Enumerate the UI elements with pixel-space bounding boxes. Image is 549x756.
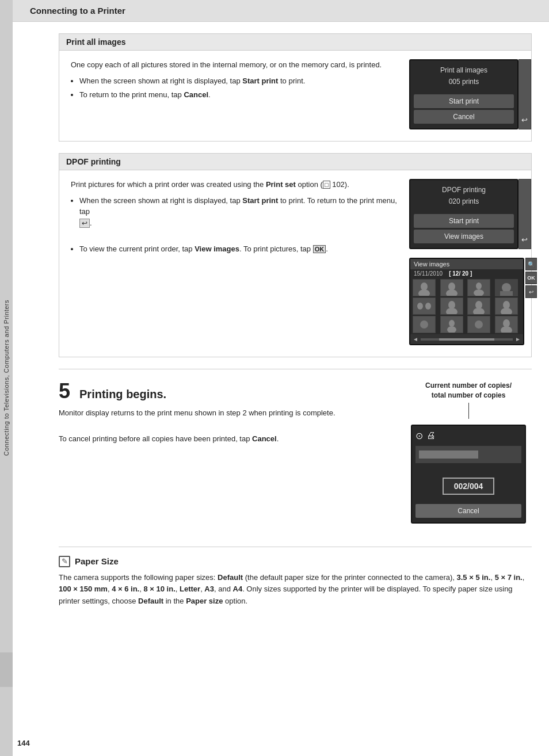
dpof-screen1-btn1[interactable]: Start print xyxy=(414,214,514,228)
sidebar-tab xyxy=(0,652,13,687)
sidebar-text: Connecting to Televisions, Computers and… xyxy=(3,300,10,456)
thumb-7-icon xyxy=(468,298,490,314)
print-bar xyxy=(415,446,521,463)
thumb-3 xyxy=(467,279,490,296)
page-title: Connecting to a Printer xyxy=(30,6,125,16)
dpof-screen2: View images 15/11/2010 [ 12/ 20 ] xyxy=(409,258,524,345)
svg-point-27 xyxy=(449,320,455,327)
svg-point-32 xyxy=(503,319,510,327)
dpof-screen1-wrapper: DPOF printing 020 prints Start print Vie… xyxy=(409,179,531,249)
callout-area: Current number of copies/ total number o… xyxy=(405,381,532,419)
thumb-5-icon xyxy=(413,298,435,314)
dpof-screen1-title: DPOF printing xyxy=(410,180,517,196)
dpof-screen2-container: View images 15/11/2010 [ 12/ 20 ] xyxy=(409,258,524,345)
thumb-4 xyxy=(495,279,518,296)
callout-label: Current number of copies/ total number o… xyxy=(405,381,532,400)
nav-left-arrow[interactable]: ◄ xyxy=(413,336,418,342)
svg-point-25 xyxy=(420,320,428,329)
svg-point-13 xyxy=(417,303,423,310)
print-all-desc: One copy each of all pictures stored in … xyxy=(71,59,398,71)
nav-right-arrow[interactable]: ► xyxy=(515,336,521,342)
section-dpof-body: Print pictures for which a print order w… xyxy=(59,170,532,357)
thumb-2-icon xyxy=(441,280,463,296)
content-area: Print all images One copy each of all pi… xyxy=(13,22,549,619)
print-all-screen: Print all images 005 prints Start print … xyxy=(409,59,518,129)
note-title: Paper Size xyxy=(75,556,119,566)
print-screen-icons: ⊙ 🖨 xyxy=(415,430,521,441)
print-all-bullet-2: To return to the print menu, tap Cancel. xyxy=(79,89,398,101)
thumb-1 xyxy=(413,279,436,296)
note-text: The camera supports the following paper … xyxy=(59,572,532,608)
dpof-desc: Print pictures for which a print order w… xyxy=(71,179,398,190)
svg-point-10 xyxy=(502,283,511,292)
section-dpof-text: Print pictures for which a print order w… xyxy=(71,179,398,345)
step5-section: 5 Printing begins. Monitor display retur… xyxy=(59,369,532,535)
step5-number: 5 xyxy=(59,381,70,402)
thumb-12-icon xyxy=(495,316,517,333)
view-back-btn[interactable]: ↩ xyxy=(525,285,537,298)
section-dpof-header: DPOF printing xyxy=(59,153,532,170)
print-progress-screen: ⊙ 🖨 002/004 Cancel xyxy=(411,425,526,524)
progress-box: 002/004 xyxy=(443,478,495,495)
thumb-9 xyxy=(413,316,436,333)
view-images-nav: ◄ ► xyxy=(410,334,523,344)
step5-left: 5 Printing begins. Monitor display retur… xyxy=(59,381,394,524)
svg-point-19 xyxy=(475,301,482,309)
dpof-right: DPOF printing 020 prints Start print Vie… xyxy=(409,179,531,345)
step5-right: Current number of copies/ total number o… xyxy=(405,381,532,524)
step5-desc2: To cancel printing before all copies hav… xyxy=(59,433,394,445)
thumb-11-icon xyxy=(468,316,490,333)
print-cancel-btn[interactable]: Cancel xyxy=(415,504,521,518)
view-images-date: 15/11/2010 [ 12/ 20 ] xyxy=(410,269,523,278)
print-all-screen-title: Print all images xyxy=(410,60,517,77)
dpof-screen1-count: 020 prints xyxy=(410,196,517,212)
section-print-all-text: One copy each of all pictures stored in … xyxy=(71,59,398,129)
page-header: Connecting to a Printer xyxy=(13,0,549,22)
dpof-bullet-1: When the screen shown at right is displa… xyxy=(79,195,398,229)
view-ok-btn[interactable]: OK xyxy=(525,272,537,284)
svg-rect-12 xyxy=(413,298,435,314)
print-all-bullets: When the screen shown at right is displa… xyxy=(79,75,398,101)
print-progress-display: 002/004 xyxy=(415,466,521,502)
dpof-screen1-btn2[interactable]: View images xyxy=(414,230,514,243)
thumb-3-icon xyxy=(468,280,490,296)
callout-line xyxy=(468,403,469,419)
thumb-6-icon xyxy=(441,298,463,314)
svg-point-1 xyxy=(421,282,428,291)
note-icon: ✎ xyxy=(59,556,70,567)
step5-title: Printing begins. xyxy=(79,387,166,401)
power-icon: ⊙ xyxy=(415,430,423,441)
svg-point-7 xyxy=(476,282,482,289)
note-header: ✎ Paper Size xyxy=(59,556,532,567)
page-number: 144 xyxy=(17,739,30,747)
section-print-all-header: Print all images xyxy=(59,33,532,51)
svg-point-30 xyxy=(475,320,483,329)
print-all-back-arrow[interactable]: ↩ xyxy=(518,59,531,129)
dpof-screen1: DPOF printing 020 prints Start print Vie… xyxy=(409,179,518,249)
svg-point-22 xyxy=(503,301,510,309)
view-zoom-btn[interactable]: 🔍 xyxy=(525,258,537,270)
thumb-11 xyxy=(467,316,490,333)
nav-scrollbar[interactable] xyxy=(421,338,513,341)
view-images-title: View images xyxy=(414,261,449,268)
svg-rect-11 xyxy=(500,291,513,296)
print-all-screen-btn1[interactable]: Start print xyxy=(414,94,514,108)
print-all-screen-btn2[interactable]: Cancel xyxy=(414,110,514,124)
print-all-bullet-1: When the screen shown at right is displa… xyxy=(79,75,398,87)
thumb-10 xyxy=(440,316,463,333)
print-icon: 🖨 xyxy=(426,430,436,441)
dpof-back-arrow[interactable]: ↩ xyxy=(518,179,531,249)
section-print-all-body: One copy each of all pictures stored in … xyxy=(59,51,532,142)
thumb-4-icon xyxy=(495,280,517,296)
main-content: Connecting to a Printer Print all images… xyxy=(13,0,549,756)
dpof-bullets-2: To view the current print order, tap Vie… xyxy=(79,243,398,255)
print-progress-bar xyxy=(419,450,478,459)
svg-point-16 xyxy=(448,301,455,309)
thumb-10-icon xyxy=(441,316,463,333)
thumb-1-icon xyxy=(413,280,435,296)
spacer-1 xyxy=(59,357,532,369)
thumb-5 xyxy=(413,297,436,315)
print-all-screen-wrapper: Print all images 005 prints Start print … xyxy=(409,59,531,129)
svg-point-14 xyxy=(425,303,431,310)
thumb-12 xyxy=(495,316,518,333)
